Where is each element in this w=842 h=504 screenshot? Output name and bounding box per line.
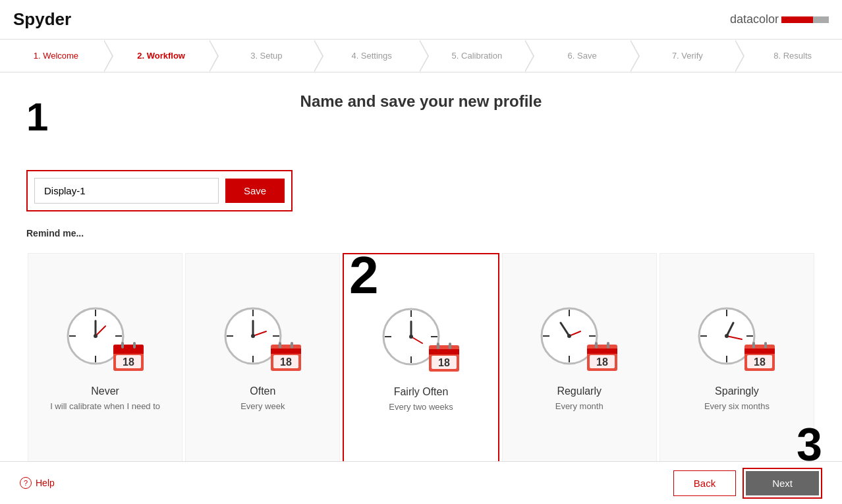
card-fairly-often-title: Fairly Often [394,386,449,398]
card-never-subtitle: I will calibrate when I need to [50,401,160,411]
step-6-save[interactable]: 6. Save [526,40,632,72]
clock-icon-regularly: 18 [540,306,619,372]
card-fairly-often-subtitle: Every two weeks [389,402,453,412]
svg-text:18: 18 [596,356,608,368]
svg-text:18: 18 [754,356,766,368]
svg-rect-24 [271,349,301,354]
next-button[interactable]: Next [746,471,819,495]
card-regularly-title: Regularly [557,385,602,397]
svg-rect-14 [133,342,136,349]
svg-text:18: 18 [123,356,134,368]
calendar-svg-sparingly: 18 [743,339,776,372]
svg-point-36 [409,335,413,339]
profile-name-section: Save [26,170,293,211]
clock-icon-fairly-often: 18 [381,307,461,373]
svg-rect-27 [279,342,281,349]
calendar-svg-never: 18 [112,339,145,372]
card-regularly-subtitle: Every month [555,401,603,411]
card-fairly-often[interactable]: 18 Fairly Often Every two weeks [343,253,499,497]
remind-label: Remind me... [26,228,816,238]
svg-rect-28 [291,342,293,349]
svg-rect-66 [744,349,775,354]
clock-icon-often: 18 [223,306,302,372]
back-button[interactable]: Back [673,470,736,496]
svg-text:18: 18 [280,356,292,368]
svg-rect-10 [113,349,144,354]
help-icon: ? [20,477,32,489]
step-2-workflow[interactable]: 2. Workflow [105,40,211,72]
card-never[interactable]: 18 Never I will calibrate when I need to [28,253,182,497]
step-4-settings[interactable]: 4. Settings [316,40,421,72]
step-5-calibration[interactable]: 5. Calibration [421,40,526,72]
svg-rect-13 [121,342,124,349]
next-button-container: Next [743,468,822,499]
app-title: Spyder [13,9,71,30]
profile-name-input[interactable] [34,178,219,204]
help-label: Help [36,478,55,488]
logo-bar [781,16,829,23]
svg-rect-42 [449,343,451,349]
header: Spyder datacolor [0,0,842,40]
card-sparingly-title: Sparingly [715,385,759,397]
svg-rect-38 [429,349,459,354]
logo-text: datacolor [730,13,779,26]
main-content: Name and save your new profile 1 Save Re… [0,72,842,504]
card-regularly[interactable]: 18 Regularly Every month [502,253,657,497]
step-3-setup[interactable]: 3. Setup [211,40,316,72]
svg-rect-52 [587,349,617,354]
calendar-svg-regularly: 18 [586,339,619,372]
svg-rect-55 [595,342,598,349]
card-often-title: Often [250,385,275,397]
svg-text:18: 18 [438,357,450,368]
card-often[interactable]: 18 Often Every week [185,253,340,497]
clock-icon-sparingly: 18 [697,306,776,372]
svg-rect-69 [752,342,755,349]
calendar-svg-often: 18 [269,339,302,372]
step1-number: 1 [26,94,48,140]
card-often-subtitle: Every week [240,401,285,411]
footer: ? Help Back Next [0,461,842,504]
steps-bar: 1. Welcome 2. Workflow 3. Setup 4. Setti… [0,40,842,72]
step-8-results[interactable]: 8. Results [737,40,842,72]
svg-point-7 [94,334,98,338]
save-button[interactable]: Save [225,179,285,203]
step-7-verify[interactable]: 7. Verify [632,40,737,72]
footer-buttons: Back Next [673,468,822,499]
svg-point-50 [567,334,571,338]
svg-rect-41 [437,343,439,349]
step-1-welcome[interactable]: 1. Welcome [0,40,105,72]
clock-icon-never: 18 [66,306,145,372]
card-sparingly-subtitle: Every six months [704,401,770,411]
help-link[interactable]: ? Help [20,477,55,489]
page-title: Name and save your new profile [26,92,816,111]
calendar-svg-fairly-often: 18 [428,340,461,373]
svg-point-22 [251,334,255,338]
svg-point-64 [725,334,729,338]
card-sparingly[interactable]: 18 Sparingly Every six months [660,253,814,497]
datacolor-logo: datacolor [730,13,829,26]
card-never-title: Never [91,385,119,397]
svg-rect-56 [607,342,609,349]
svg-rect-70 [764,342,767,349]
